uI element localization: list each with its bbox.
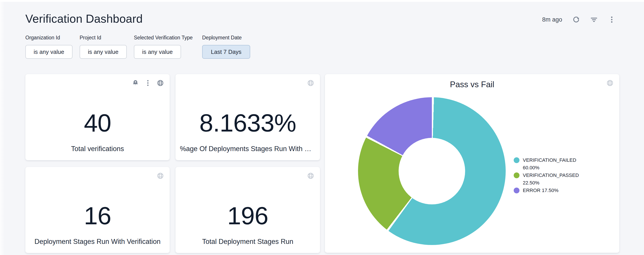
header-controls: 8m ago [542, 14, 616, 25]
stat-card-total-verifications: 40 Total verifications [25, 74, 170, 160]
stat-card-stages-run-with-verification: 16 Deployment Stages Run With Verificati… [25, 167, 170, 253]
stat-value: 196 [227, 203, 268, 228]
globe-icon[interactable] [157, 172, 164, 179]
filter-label: Selected Verification Type [134, 35, 202, 41]
legend-label: ERROR 17.50% [523, 187, 558, 194]
filter-group-project-id: Project Id is any value [80, 35, 134, 59]
legend-label: VERIFICATION_FAILED 60.00% [523, 156, 590, 172]
stat-value: 8.1633% [199, 111, 296, 136]
globe-icon[interactable] [157, 79, 164, 87]
globe-icon[interactable] [307, 172, 314, 179]
filter-value-button-deployment-date[interactable]: Last 7 Days [202, 45, 250, 59]
legend-dot [514, 172, 520, 178]
filter-label: Organization Id [25, 35, 80, 41]
filter-value-button-organization-id[interactable]: is any value [25, 45, 72, 59]
legend-dot [514, 188, 520, 193]
page-title: Verification Dashboard [25, 12, 143, 25]
donut-chart[interactable] [358, 97, 506, 245]
legend-item-verification-passed[interactable]: VERIFICATION_PASSED 22.50% [514, 172, 594, 187]
kebab-menu-icon[interactable] [608, 16, 616, 23]
panel-actions [606, 79, 614, 87]
chart-card-pass-vs-fail: Pass vs Fail VERIFICATION_FAILED 60.00% … [325, 74, 619, 253]
legend-label: VERIFICATION_PASSED 22.50% [523, 172, 590, 187]
stat-value: 40 [84, 111, 111, 136]
donut-hole [399, 138, 465, 204]
chart-title: Pass vs Fail [325, 80, 619, 89]
filter-icon[interactable] [590, 16, 598, 23]
globe-icon[interactable] [606, 79, 614, 87]
refresh-icon[interactable] [572, 16, 580, 23]
stat-card-total-stages-run: 196 Total Deployment Stages Run [176, 167, 320, 253]
filter-group-verification-type: Selected Verification Type is any value [134, 35, 202, 59]
globe-icon[interactable] [307, 79, 314, 87]
last-refresh-label: 8m ago [542, 16, 562, 23]
panel-actions [132, 79, 164, 87]
stat-label: %age Of Deployments Stages Run With V… [180, 145, 316, 153]
legend-dot [514, 157, 520, 163]
stat-label: Deployment Stages Run With Verification [34, 238, 160, 246]
filter-label: Project Id [80, 35, 134, 41]
filter-group-deployment-date: Deployment Date Last 7 Days [202, 35, 260, 59]
stat-label: Total Deployment Stages Run [202, 238, 293, 246]
filter-value-button-verification-type[interactable]: is any value [134, 45, 181, 59]
add-alert-bell-icon[interactable] [132, 79, 139, 87]
stat-label: Total verifications [71, 145, 124, 153]
legend-item-verification-failed[interactable]: VERIFICATION_FAILED 60.00% [514, 156, 594, 172]
kebab-menu-icon[interactable] [144, 79, 152, 87]
filter-group-organization-id: Organization Id is any value [25, 35, 80, 59]
dashboard-panel: Verification Dashboard 8m ago Organizati… [0, 2, 644, 255]
filter-value-button-project-id[interactable]: is any value [80, 45, 127, 59]
legend-item-error[interactable]: ERROR 17.50% [514, 187, 594, 194]
panel-actions [157, 172, 164, 179]
stat-value: 16 [84, 203, 111, 228]
stat-card-percent-stages-with-verification: 8.1633% %age Of Deployments Stages Run W… [176, 74, 320, 160]
filter-bar: Organization Id is any value Project Id … [25, 35, 260, 59]
verification-dashboard-screen: Verification Dashboard 8m ago Organizati… [0, 0, 644, 255]
panel-actions [307, 172, 314, 179]
chart-legend: VERIFICATION_FAILED 60.00% VERIFICATION_… [514, 156, 594, 194]
panel-actions [307, 79, 314, 87]
filter-label: Deployment Date [202, 35, 260, 41]
